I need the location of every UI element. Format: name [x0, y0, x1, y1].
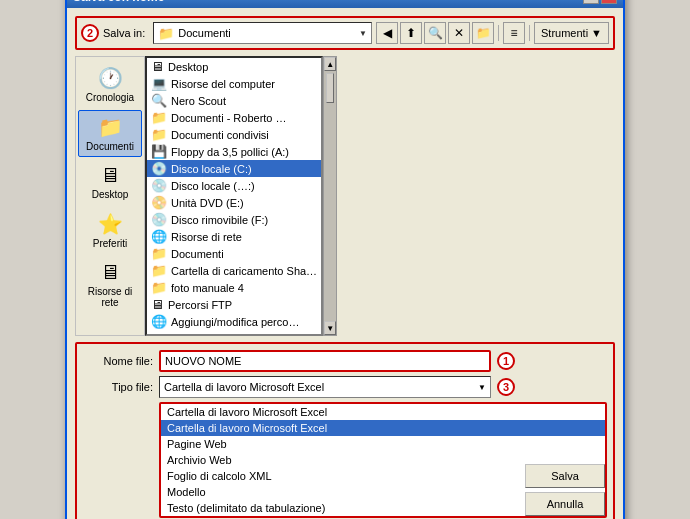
scroll-track: [324, 71, 336, 321]
toolbar-buttons: ◀ ⬆ 🔍 ✕ 📁 ≡ Strumenti ▼: [376, 22, 609, 44]
sidebar-risorse-label: Risorse di rete: [81, 286, 139, 308]
views-button[interactable]: ≡: [503, 22, 525, 44]
file-label: Documenti - Roberto …: [171, 112, 287, 124]
strumenti-label: Strumenti: [541, 27, 588, 39]
scroll-up[interactable]: ▲: [324, 57, 336, 71]
list-item[interactable]: 💻Risorse del computer: [147, 75, 321, 92]
file-label: Risorse di rete: [171, 231, 242, 243]
file-label: Cartella di caricamento Sha…: [171, 265, 317, 277]
top-toolbar: 2 Salva in: 📁 Documenti ▼ ◀ ⬆ 🔍 ✕ 📁 ≡ St…: [75, 16, 615, 50]
file-icon: 💾: [151, 144, 167, 159]
back-button[interactable]: ◀: [376, 22, 398, 44]
file-label: Nero Scout: [171, 95, 226, 107]
tipo-file-combo[interactable]: Cartella di lavoro Microsoft Excel ▼: [159, 376, 491, 398]
sidebar-item-risorse[interactable]: 🖥 Risorse di rete: [78, 256, 142, 313]
file-label: Documenti condivisi: [171, 129, 269, 141]
file-icon: 💿: [151, 212, 167, 227]
badge-2: 2: [81, 24, 99, 42]
main-area: 🕐 Cronologia 📁 Documenti 🖥 Desktop ⭐ Pre…: [75, 56, 615, 336]
list-item[interactable]: 🌐Risorse di rete: [147, 228, 321, 245]
file-label: Percorsi FTP: [168, 299, 232, 311]
strumenti-arrow: ▼: [591, 27, 602, 39]
scrollbar[interactable]: ▲ ▼: [323, 56, 337, 336]
file-label: foto manuale 4: [171, 282, 244, 294]
file-label: Documenti: [171, 248, 224, 260]
file-label: Disco locale (C:): [171, 163, 252, 175]
file-icon: 🖥: [151, 297, 164, 312]
nome-file-input[interactable]: [159, 350, 491, 372]
sidebar-documenti-label: Documenti: [86, 141, 134, 152]
sidebar-item-preferiti[interactable]: ⭐ Preferiti: [78, 207, 142, 254]
file-icon: 💿: [151, 178, 167, 193]
file-icon: 📁: [151, 280, 167, 295]
list-item[interactable]: 💾Floppy da 3,5 pollici (A:): [147, 143, 321, 160]
tipo-file-label: Tipo file:: [83, 381, 153, 393]
dropdown-item[interactable]: Cartella di lavoro Microsoft Excel: [161, 404, 605, 420]
file-icon: 🌐: [151, 314, 167, 329]
dropdown-item[interactable]: Cartella di lavoro Microsoft Excel: [161, 420, 605, 436]
list-item[interactable]: 🖥Percorsi FTP: [147, 296, 321, 313]
action-buttons: Salva Annulla: [525, 464, 605, 516]
delete-button[interactable]: ✕: [448, 22, 470, 44]
nome-file-label: Nome file:: [83, 355, 153, 367]
file-icon: 🖥: [151, 59, 164, 74]
nome-file-row: Nome file: 1: [83, 350, 607, 372]
desktop-icon: 🖥: [100, 164, 120, 187]
file-icon: 🔍: [151, 93, 167, 108]
list-item[interactable]: 📁foto manuale 4: [147, 279, 321, 296]
sidebar-preferiti-label: Preferiti: [93, 238, 127, 249]
sidebar-item-desktop[interactable]: 🖥 Desktop: [78, 159, 142, 205]
sidebar-item-cronologia[interactable]: 🕐 Cronologia: [78, 61, 142, 108]
list-item[interactable]: 🌐Aggiungi/modifica perco…: [147, 313, 321, 330]
file-label: Desktop: [168, 61, 208, 73]
list-item[interactable]: 📁Documenti condivisi: [147, 126, 321, 143]
up-button[interactable]: ⬆: [400, 22, 422, 44]
list-item[interactable]: 🔍Nero Scout: [147, 92, 321, 109]
search-button[interactable]: 🔍: [424, 22, 446, 44]
salva-in-combo[interactable]: 📁 Documenti ▼: [153, 22, 372, 44]
dropdown-item[interactable]: Pagine Web: [161, 436, 605, 452]
strumenti-button[interactable]: Strumenti ▼: [534, 22, 609, 44]
title-bar-buttons: ? ✕: [583, 0, 617, 4]
tipo-file-row: Tipo file: Cartella di lavoro Microsoft …: [83, 376, 607, 398]
file-icon: 📁: [151, 127, 167, 142]
list-item[interactable]: 📁Cartella di caricamento Sha…: [147, 262, 321, 279]
file-icon: 📁: [151, 110, 167, 125]
help-button[interactable]: ?: [583, 0, 599, 4]
file-icon: 📁: [151, 263, 167, 278]
folder-icon: 📁: [158, 26, 174, 41]
dialog-body: 2 Salva in: 📁 Documenti ▼ ◀ ⬆ 🔍 ✕ 📁 ≡ St…: [67, 8, 623, 519]
close-button[interactable]: ✕: [601, 0, 617, 4]
separator2: [529, 25, 530, 41]
file-icon: 📀: [151, 195, 167, 210]
file-list-wrapper: 🖥Desktop💻Risorse del computer🔍Nero Scout…: [145, 56, 337, 336]
salva-in-value: Documenti: [178, 27, 231, 39]
list-item[interactable]: 📁Documenti - Roberto …: [147, 109, 321, 126]
scroll-thumb[interactable]: [326, 73, 334, 103]
sidebar-cronologia-label: Cronologia: [86, 92, 134, 103]
sidebar-item-documenti[interactable]: 📁 Documenti: [78, 110, 142, 157]
new-folder-button[interactable]: 📁: [472, 22, 494, 44]
scroll-down[interactable]: ▼: [324, 321, 336, 335]
combo-arrow-icon: ▼: [359, 29, 367, 38]
list-item[interactable]: 💿Disco locale (C:): [147, 160, 321, 177]
tipo-file-value: Cartella di lavoro Microsoft Excel: [164, 381, 324, 393]
file-label: Risorse del computer: [171, 78, 275, 90]
list-item[interactable]: 🖥Desktop: [147, 58, 321, 75]
salva-in-label: Salva in:: [103, 27, 145, 39]
list-item[interactable]: 📁Documenti: [147, 245, 321, 262]
tipo-combo-arrow: ▼: [478, 383, 486, 392]
file-list[interactable]: 🖥Desktop💻Risorse del computer🔍Nero Scout…: [145, 56, 323, 336]
file-icon: 💻: [151, 76, 167, 91]
file-label: Disco locale (…:): [171, 180, 255, 192]
list-item[interactable]: 💿Disco rimovibile (F:): [147, 211, 321, 228]
dialog-title: Salva con nome: [73, 0, 164, 4]
file-icon: 📁: [151, 246, 167, 261]
salva-button[interactable]: Salva: [525, 464, 605, 488]
bottom-area: Nome file: 1 Tipo file: Cartella di lavo…: [75, 342, 615, 519]
list-item[interactable]: 💿Disco locale (…:): [147, 177, 321, 194]
save-dialog: Salva con nome ? ✕ 2 Salva in: 📁 Documen…: [65, 0, 625, 519]
list-item[interactable]: 📀Unità DVD (E:): [147, 194, 321, 211]
annulla-button[interactable]: Annulla: [525, 492, 605, 516]
file-label: Disco rimovibile (F:): [171, 214, 268, 226]
